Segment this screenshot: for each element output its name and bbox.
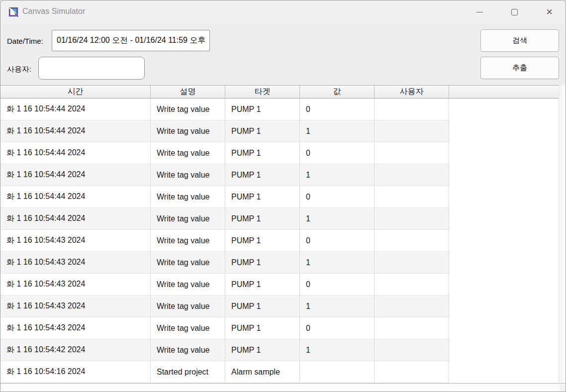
- column-header-filler: [449, 86, 559, 98]
- titlebar: Canvas Simulator ✕: [0, 0, 566, 23]
- cell: Write tag value: [151, 120, 225, 142]
- cell: 화 1 16 10:54:44 2024: [0, 186, 151, 207]
- cell: Write tag value: [151, 164, 225, 186]
- cell: PUMP 1: [225, 98, 300, 120]
- cell: 화 1 16 10:54:44 2024: [0, 120, 151, 142]
- cell: PUMP 1: [225, 120, 300, 142]
- cell: Write tag value: [151, 252, 225, 273]
- cell: PUMP 1: [225, 252, 300, 273]
- table-row[interactable]: 화 1 16 10:54:42 2024Write tag valuePUMP …: [0, 339, 450, 361]
- cell: 0: [300, 230, 375, 251]
- cell: 1: [300, 208, 375, 229]
- cell: 화 1 16 10:54:44 2024: [0, 164, 151, 186]
- user-input[interactable]: [38, 57, 145, 80]
- cell: Write tag value: [151, 142, 225, 164]
- close-icon: ✕: [546, 8, 553, 16]
- column-header-2[interactable]: 타겟: [225, 86, 300, 98]
- cell: Write tag value: [151, 186, 225, 207]
- cell: 화 1 16 10:54:44 2024: [0, 142, 151, 164]
- cell: [375, 339, 449, 361]
- column-header-0[interactable]: 시간: [0, 86, 151, 98]
- cell: PUMP 1: [225, 208, 300, 229]
- cell: [300, 361, 375, 383]
- table-row[interactable]: 화 1 16 10:54:44 2024Write tag valuePUMP …: [0, 120, 450, 142]
- cell: 0: [300, 142, 375, 164]
- cell: Write tag value: [151, 208, 225, 229]
- close-button[interactable]: ✕: [533, 0, 566, 23]
- cell: [375, 120, 449, 142]
- horizontal-scrollbar[interactable]: [0, 383, 566, 392]
- cell: Write tag value: [151, 274, 225, 295]
- cell: [375, 98, 449, 120]
- cell: Write tag value: [151, 339, 225, 361]
- cell: PUMP 1: [225, 142, 300, 164]
- table-row[interactable]: 화 1 16 10:54:43 2024Write tag valuePUMP …: [0, 274, 450, 295]
- column-header-4[interactable]: 사용자: [375, 86, 449, 98]
- cell: PUMP 1: [225, 274, 300, 295]
- table-row[interactable]: 화 1 16 10:54:44 2024Write tag valuePUMP …: [0, 142, 450, 164]
- cell: PUMP 1: [225, 164, 300, 186]
- table-row[interactable]: 화 1 16 10:54:43 2024Write tag valuePUMP …: [0, 252, 450, 274]
- maximize-icon: [511, 9, 518, 15]
- cell: Started project: [151, 361, 225, 383]
- maximize-button[interactable]: [498, 0, 531, 23]
- table-row[interactable]: 화 1 16 10:54:43 2024Write tag valuePUMP …: [0, 295, 450, 317]
- cell: 1: [300, 295, 375, 317]
- cell: 화 1 16 10:54:43 2024: [0, 274, 151, 295]
- column-header-3[interactable]: 값: [300, 86, 375, 98]
- minimize-button[interactable]: [463, 0, 496, 23]
- log-table: 시간설명타겟값사용자 화 1 16 10:54:44 2024Write tag…: [0, 85, 566, 392]
- table-row[interactable]: 화 1 16 10:54:16 2024Started projectAlarm…: [0, 361, 450, 383]
- extract-button[interactable]: 추출: [480, 57, 559, 79]
- cell: PUMP 1: [225, 186, 300, 207]
- cell: 1: [300, 164, 375, 186]
- scrollbar-corner: [560, 385, 566, 392]
- table-row[interactable]: 화 1 16 10:54:44 2024Write tag valuePUMP …: [0, 164, 450, 186]
- datetime-input[interactable]: [52, 30, 210, 51]
- cell: [375, 186, 449, 207]
- user-label: 사용자:: [7, 65, 31, 74]
- cell: 화 1 16 10:54:16 2024: [0, 361, 151, 383]
- cell: 0: [300, 274, 375, 295]
- app-window: Canvas Simulator ✕ Date/Time: 사용자: 검색 추출…: [0, 0, 566, 392]
- canvas-logo-icon: [8, 6, 19, 17]
- table-header: 시간설명타겟값사용자: [0, 85, 559, 98]
- cell: 화 1 16 10:54:43 2024: [0, 230, 151, 251]
- cell: Write tag value: [151, 317, 225, 339]
- cell: [375, 252, 449, 273]
- cell: [375, 142, 449, 164]
- cell: Write tag value: [151, 295, 225, 317]
- cell: 0: [300, 186, 375, 207]
- table-body: 화 1 16 10:54:44 2024Write tag valuePUMP …: [0, 98, 450, 383]
- cell: [375, 361, 449, 383]
- search-button[interactable]: 검색: [480, 29, 559, 52]
- cell: [375, 208, 449, 229]
- cell: 화 1 16 10:54:44 2024: [0, 98, 151, 120]
- cell: [375, 317, 449, 339]
- cell: [375, 164, 449, 186]
- cell: PUMP 1: [225, 317, 300, 339]
- cell: PUMP 1: [225, 230, 300, 251]
- cell: [375, 230, 449, 251]
- minimize-icon: [476, 12, 483, 12]
- table-row[interactable]: 화 1 16 10:54:44 2024Write tag valuePUMP …: [0, 186, 450, 208]
- table-row[interactable]: 화 1 16 10:54:44 2024Write tag valuePUMP …: [0, 208, 450, 230]
- cell: 1: [300, 120, 375, 142]
- cell: 화 1 16 10:54:42 2024: [0, 339, 151, 361]
- cell: 0: [300, 317, 375, 339]
- cell: 화 1 16 10:54:44 2024: [0, 208, 151, 229]
- vertical-scrollbar[interactable]: [559, 86, 566, 383]
- table-row[interactable]: 화 1 16 10:54:43 2024Write tag valuePUMP …: [0, 230, 450, 252]
- window-title: Canvas Simulator: [22, 7, 85, 16]
- cell: PUMP 1: [225, 339, 300, 361]
- cell: 0: [300, 98, 375, 120]
- table-row[interactable]: 화 1 16 10:54:43 2024Write tag valuePUMP …: [0, 317, 450, 339]
- cell: 화 1 16 10:54:43 2024: [0, 295, 151, 317]
- table-row[interactable]: 화 1 16 10:54:44 2024Write tag valuePUMP …: [0, 98, 450, 120]
- cell: 화 1 16 10:54:43 2024: [0, 252, 151, 273]
- cell: [375, 274, 449, 295]
- datetime-label: Date/Time:: [7, 37, 43, 45]
- column-header-1[interactable]: 설명: [151, 86, 225, 98]
- cell: PUMP 1: [225, 295, 300, 317]
- cell: [375, 295, 449, 317]
